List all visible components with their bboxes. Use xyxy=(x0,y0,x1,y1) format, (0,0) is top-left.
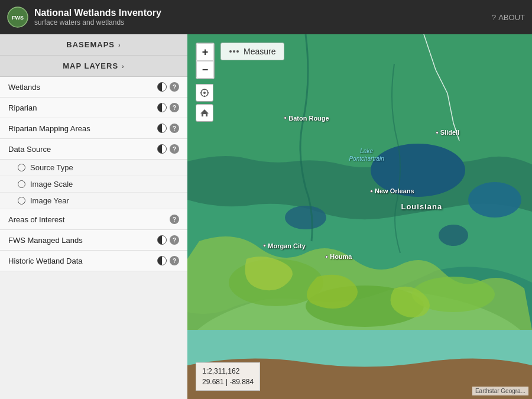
basemaps-label: BASEMAPS xyxy=(66,40,115,49)
historic-wetland-icons: ? xyxy=(157,256,179,265)
svg-point-11 xyxy=(439,225,468,246)
map-svg xyxy=(187,34,532,399)
sidebar: BASEMAPS › MAP LAYERS › Wetlands ? Ripar… xyxy=(0,34,187,399)
riparian-icons: ? xyxy=(157,103,179,112)
historic-wetland-label: Historic Wetland Data xyxy=(8,257,82,265)
basemaps-chevron-icon: › xyxy=(118,41,121,48)
about-button[interactable]: ? ABOUT xyxy=(492,13,525,22)
svg-point-10 xyxy=(285,206,326,229)
houma-dot xyxy=(325,255,328,258)
riparian-label: Riparian xyxy=(8,103,37,112)
data-source-info-icon[interactable]: ? xyxy=(170,144,179,154)
source-type-radio[interactable] xyxy=(18,164,25,171)
image-year-radio[interactable] xyxy=(18,197,25,205)
fws-managed-icons: ? xyxy=(157,235,179,245)
city-baton-rouge: Baton Rouge xyxy=(284,115,329,122)
svg-point-13 xyxy=(203,92,206,94)
basemaps-button[interactable]: BASEMAPS › xyxy=(0,34,187,56)
app-title: National Wetlands Inventory xyxy=(34,8,161,18)
scale-value: 1:2,311,162 xyxy=(202,366,254,377)
map-area[interactable]: + − xyxy=(187,34,532,399)
fws-managed-info-icon[interactable]: ? xyxy=(170,235,179,245)
layer-item-wetlands[interactable]: Wetlands ? xyxy=(0,77,187,98)
zoom-in-button[interactable]: + xyxy=(196,43,214,61)
morgan-city-name: Morgan City xyxy=(268,242,306,249)
slidell-name: Slidell xyxy=(440,129,459,136)
baton-rouge-name: Baton Rouge xyxy=(288,115,329,122)
city-slidell: Slidell xyxy=(436,129,459,136)
wetlands-info-icon[interactable]: ? xyxy=(170,82,179,92)
image-scale-radio[interactable] xyxy=(18,180,25,188)
coordinates-value: 29.681 | -89.884 xyxy=(202,377,254,387)
main-content: BASEMAPS › MAP LAYERS › Wetlands ? Ripar… xyxy=(0,34,532,399)
lake-pontchartrain-label: Lake Pontchartrain xyxy=(349,147,384,163)
riparian-mapping-icons: ? xyxy=(157,124,179,133)
app-subtitle: surface waters and wetlands xyxy=(34,18,161,27)
new-orleans-name: New Orleans xyxy=(375,187,414,194)
riparian-mapping-visibility-icon xyxy=(157,124,167,133)
image-year-label: Image Year xyxy=(30,196,69,205)
home-icon xyxy=(200,108,209,118)
sub-item-image-scale[interactable]: Image Scale xyxy=(0,176,187,193)
baton-rouge-dot xyxy=(284,116,287,119)
home-button[interactable] xyxy=(196,104,213,122)
morgan-city-dot xyxy=(263,244,266,247)
areas-of-interest-label: Areas of Interest xyxy=(8,215,64,224)
sub-item-image-year[interactable]: Image Year xyxy=(0,193,187,209)
houma-name: Houma xyxy=(330,253,352,260)
louisiana-state-label: Louisiana xyxy=(401,202,442,211)
map-layers-chevron-icon: › xyxy=(122,63,125,70)
fws-managed-label: FWS Managed Lands xyxy=(8,236,83,245)
image-scale-label: Image Scale xyxy=(30,180,73,189)
data-source-label: Data Source xyxy=(8,145,51,154)
city-houma: Houma xyxy=(325,253,352,260)
layer-item-data-source[interactable]: Data Source ? xyxy=(0,139,187,160)
app-header: FWS National Wetlands Inventory surface … xyxy=(0,0,532,34)
wetlands-icons: ? xyxy=(157,82,179,92)
locate-button[interactable] xyxy=(196,84,213,102)
areas-of-interest-icons: ? xyxy=(170,215,179,224)
historic-wetland-visibility-icon xyxy=(157,256,167,265)
data-source-visibility-icon xyxy=(157,144,167,154)
riparian-mapping-info-icon[interactable]: ? xyxy=(170,124,179,133)
fws-managed-visibility-icon xyxy=(157,235,167,245)
svg-point-9 xyxy=(468,182,521,218)
layer-item-fws-managed[interactable]: FWS Managed Lands ? xyxy=(0,230,187,251)
map-controls: + − xyxy=(196,43,215,122)
wetlands-label: Wetlands xyxy=(8,83,40,92)
city-new-orleans: New Orleans xyxy=(370,187,414,194)
map-layers-button[interactable]: MAP LAYERS › xyxy=(0,56,187,77)
map-attribution: Earthstar Geogra... xyxy=(472,387,528,395)
layer-item-riparian-mapping[interactable]: Riparian Mapping Areas ? xyxy=(0,118,187,139)
scale-info: 1:2,311,162 29.681 | -89.884 xyxy=(196,362,260,391)
new-orleans-dot xyxy=(370,190,373,193)
svg-marker-18 xyxy=(200,109,209,116)
slidell-dot xyxy=(436,131,439,134)
locate-icon xyxy=(200,88,209,98)
zoom-out-button[interactable]: − xyxy=(196,61,214,79)
source-type-label: Source Type xyxy=(30,163,73,172)
historic-wetland-info-icon[interactable]: ? xyxy=(170,256,179,265)
measure-label: Measure xyxy=(244,47,275,56)
layer-item-historic-wetland[interactable]: Historic Wetland Data ? xyxy=(0,251,187,271)
layer-list: Wetlands ? Riparian ? Riparian Mapping A… xyxy=(0,77,187,271)
fws-logo: FWS xyxy=(7,7,28,28)
measure-dots-icon xyxy=(229,50,239,53)
measure-tool[interactable]: Measure xyxy=(220,43,284,60)
wetlands-visibility-icon xyxy=(157,82,167,92)
title-block: National Wetlands Inventory surface wate… xyxy=(34,8,161,27)
riparian-visibility-icon xyxy=(157,103,167,112)
sub-item-source-type[interactable]: Source Type xyxy=(0,160,187,176)
map-layers-label: MAP LAYERS xyxy=(63,61,118,70)
areas-of-interest-info-icon[interactable]: ? xyxy=(170,215,179,224)
city-morgan-city: Morgan City xyxy=(263,242,306,249)
svg-text:FWS: FWS xyxy=(12,15,24,21)
data-source-icons: ? xyxy=(157,144,179,154)
question-icon: ? xyxy=(492,13,496,22)
layer-item-riparian[interactable]: Riparian ? xyxy=(0,98,187,118)
riparian-info-icon[interactable]: ? xyxy=(170,103,179,112)
layer-item-areas-of-interest[interactable]: Areas of Interest ? xyxy=(0,209,187,230)
riparian-mapping-label: Riparian Mapping Areas xyxy=(8,124,90,133)
